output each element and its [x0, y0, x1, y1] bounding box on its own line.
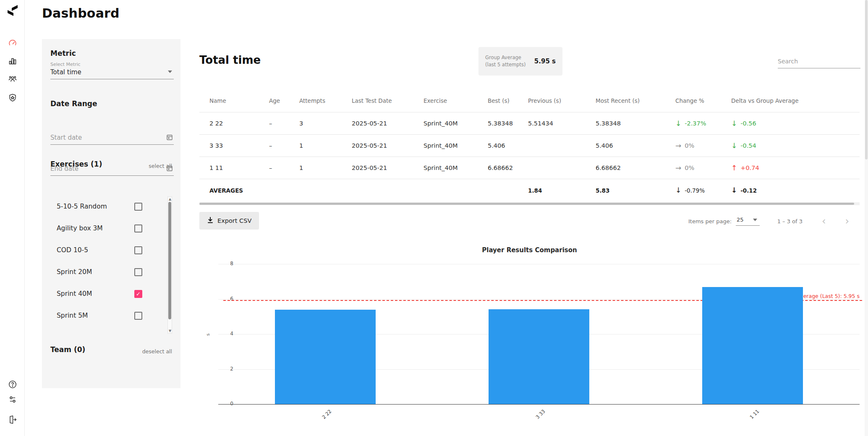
exercise-checkbox[interactable] — [134, 312, 142, 320]
y-tick-label: 2 — [221, 366, 233, 372]
cell-delta-value: +0.74 — [740, 164, 759, 171]
cell-age: – — [269, 164, 299, 171]
down-arrow-icon: ↓ — [731, 120, 737, 127]
scrollbar-thumb[interactable] — [199, 203, 854, 205]
averages-row: AVERAGES1.845.83↓-0.79%↓-0.12 — [199, 179, 860, 201]
x-tick-label: 2 22 — [321, 408, 333, 420]
right-arrow-icon: → — [675, 164, 681, 172]
select-all-button[interactable]: select all — [149, 163, 172, 169]
page-range-text: 1 – 3 of 3 — [777, 218, 803, 225]
exercise-item: 5-10-5 Random — [50, 196, 166, 217]
group-average-label: Group Average (last 5 attempts) — [485, 54, 534, 68]
date-range-heading: Date Range — [50, 99, 97, 108]
exercise-item-label: COD 10-5 — [57, 246, 88, 254]
page-title: Dashboard — [42, 6, 120, 21]
table-row: 2 22–32025-05-21Sprint_40M5.383485.51434… — [199, 112, 860, 135]
group-average-card: Group Average (last 5 attempts) 5.95 s — [478, 47, 562, 76]
right-arrow-icon: → — [675, 142, 681, 149]
cell-previous-avg: 1.84 — [528, 187, 596, 194]
exercise-checkbox[interactable]: ✓ — [134, 290, 142, 298]
exercise-item-label: Sprint 5M — [57, 312, 88, 319]
calendar-icon[interactable] — [166, 134, 173, 142]
player-results-chart: Player Results Comparison s 02468Group A… — [199, 241, 860, 436]
cell-best: 6.68662 — [488, 164, 528, 171]
team-heading: Team (0) — [50, 345, 85, 354]
bar-2-22[interactable] — [275, 310, 376, 404]
cell-delta-avg: ↓-0.12 — [731, 187, 860, 194]
cell-last_test_date: 2025-05-21 — [352, 142, 424, 149]
search-placeholder: Search — [778, 58, 860, 68]
cell-best: 5.38348 — [488, 120, 528, 127]
cell-change-value: 0% — [685, 142, 694, 149]
metric-heading: Metric — [50, 49, 76, 57]
cell-most-recent-avg: 5.83 — [596, 187, 675, 194]
logout-icon[interactable] — [6, 413, 19, 426]
scroll-down-icon[interactable]: ▼ — [168, 329, 172, 333]
dashboard-gauge-icon[interactable] — [6, 37, 19, 50]
results-table: NameAgeAttemptsLast Test DateExerciseBes… — [199, 89, 860, 201]
cell-most_recent: 5.38348 — [596, 120, 675, 127]
bar-1-11[interactable] — [702, 287, 803, 404]
scrollbar-thumb[interactable] — [168, 202, 171, 319]
pagination: Items per page: 25 1 – 3 of 3 ‹ › — [688, 216, 849, 226]
shield-star-icon[interactable] — [6, 91, 19, 104]
cell-attempts: 1 — [299, 142, 352, 149]
start-date-field[interactable]: Start date — [50, 134, 174, 145]
scrollbar-thumb[interactable] — [865, 0, 868, 159]
items-per-page-label: Items per page: — [688, 218, 732, 225]
cell-previous: 5.51434 — [528, 120, 596, 127]
exercise-checkbox[interactable] — [134, 225, 142, 232]
stats-bars-icon[interactable] — [6, 55, 19, 67]
exercise-item: Sprint 20M — [50, 261, 166, 283]
table-horizontal-scrollbar[interactable] — [199, 202, 860, 205]
next-page-icon[interactable]: › — [845, 216, 850, 226]
cell-best: 5.406 — [488, 142, 528, 149]
y-tick-label: 8 — [221, 261, 233, 266]
column-header: Name — [209, 97, 269, 104]
scroll-up-icon[interactable]: ▲ — [168, 197, 172, 201]
exercise-list-scrollbar[interactable]: ▲ ▼ — [167, 196, 172, 334]
page-scrollbar[interactable] — [865, 0, 868, 436]
download-icon — [207, 217, 214, 225]
bar-3-33[interactable] — [489, 309, 589, 404]
exercise-item: COD 10-5 — [50, 239, 166, 261]
deselect-all-button[interactable]: deselect all — [142, 348, 172, 355]
previous-page-icon[interactable]: ‹ — [822, 216, 826, 226]
cell-change: →0% — [675, 142, 731, 149]
team-people-icon[interactable] — [6, 73, 19, 85]
column-header: Exercise — [424, 97, 488, 104]
exercise-checkbox[interactable] — [134, 203, 142, 211]
metric-select[interactable]: Total time — [50, 68, 174, 79]
exercise-checkbox[interactable] — [134, 246, 142, 254]
settings-sliders-icon[interactable] — [6, 393, 19, 406]
cell-change: →0% — [675, 164, 731, 172]
cell-delta-value: -0.56 — [740, 120, 756, 127]
cell-most_recent: 6.68662 — [596, 164, 675, 171]
cell-name: 3 33 — [209, 142, 269, 149]
chart-title: Player Results Comparison — [199, 241, 860, 254]
cell-name: 1 11 — [209, 164, 269, 171]
export-csv-button[interactable]: Export CSV — [199, 212, 259, 230]
exercise-item: Agility box 3M — [50, 217, 166, 239]
cell-delta: ↑+0.74 — [731, 164, 860, 172]
gridline-y-0 — [218, 404, 860, 405]
cell-exercise: Sprint_40M — [424, 120, 488, 127]
cell-attempts: 1 — [299, 164, 352, 171]
items-per-page-select[interactable]: 25 — [736, 217, 760, 226]
column-header: Last Test Date — [352, 97, 424, 104]
help-icon[interactable] — [6, 378, 19, 391]
cell-name: 2 22 — [209, 120, 269, 127]
group-average-value: 5.95 s — [534, 57, 556, 65]
averages-label: AVERAGES — [209, 187, 269, 194]
metric-select-label: Select Metric — [50, 62, 81, 67]
table-row: 3 33–12025-05-21Sprint_40M5.4065.406→0%↓… — [199, 135, 860, 157]
column-header: Age — [269, 97, 299, 104]
cell-change-avg: ↓-0.79% — [675, 187, 731, 194]
cell-last_test_date: 2025-05-21 — [352, 164, 424, 171]
search-input[interactable]: Search — [778, 58, 860, 68]
y-tick-label: 4 — [221, 331, 233, 337]
cell-change: ↓-2.37% — [675, 120, 731, 127]
chart-plot-area: 02468Group Average (Last 5): 5.95 s2 223… — [218, 264, 860, 404]
cell-change-avg-value: -0.79% — [685, 187, 705, 194]
exercise-checkbox[interactable] — [134, 268, 142, 276]
